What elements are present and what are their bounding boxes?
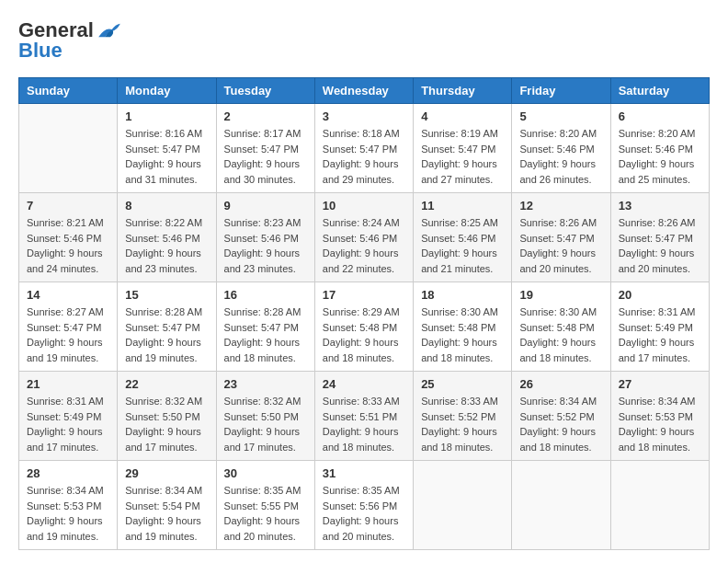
header-sunday: Sunday [19, 78, 118, 104]
calendar-cell: 5Sunrise: 8:20 AMSunset: 5:46 PMDaylight… [512, 104, 610, 193]
cell-info: Sunrise: 8:22 AMSunset: 5:46 PMDaylight:… [125, 215, 208, 276]
cell-info: Sunrise: 8:32 AMSunset: 5:50 PMDaylight:… [125, 394, 208, 454]
day-number: 21 [27, 377, 109, 391]
calendar-cell: 7Sunrise: 8:21 AMSunset: 5:46 PMDaylight… [19, 193, 118, 282]
day-number: 2 [224, 109, 307, 123]
cell-info: Sunrise: 8:35 AMSunset: 5:55 PMDaylight:… [224, 483, 307, 544]
day-number: 7 [27, 199, 109, 213]
calendar-cell: 14Sunrise: 8:27 AMSunset: 5:47 PMDayligh… [19, 282, 118, 372]
day-number: 25 [421, 377, 504, 391]
cell-info: Sunrise: 8:24 AMSunset: 5:46 PMDaylight:… [323, 215, 405, 276]
cell-info: Sunrise: 8:26 AMSunset: 5:47 PMDaylight:… [519, 215, 602, 276]
day-number: 22 [125, 377, 208, 391]
calendar-cell: 9Sunrise: 8:23 AMSunset: 5:46 PMDaylight… [216, 193, 314, 282]
day-number: 5 [519, 109, 602, 123]
day-number: 6 [619, 109, 701, 123]
cell-info: Sunrise: 8:31 AMSunset: 5:49 PMDaylight:… [619, 304, 701, 365]
calendar-cell: 18Sunrise: 8:30 AMSunset: 5:48 PMDayligh… [414, 282, 512, 372]
cell-info: Sunrise: 8:34 AMSunset: 5:53 PMDaylight:… [619, 394, 701, 454]
cell-info: Sunrise: 8:27 AMSunset: 5:47 PMDaylight:… [27, 304, 109, 365]
calendar-cell [610, 461, 709, 550]
day-number: 8 [125, 199, 208, 213]
cell-info: Sunrise: 8:17 AMSunset: 5:47 PMDaylight:… [224, 126, 307, 187]
day-number: 23 [224, 377, 307, 391]
calendar-cell: 6Sunrise: 8:20 AMSunset: 5:46 PMDaylight… [610, 104, 709, 193]
day-number: 20 [619, 288, 701, 302]
calendar-cell: 11Sunrise: 8:25 AMSunset: 5:46 PMDayligh… [414, 193, 512, 282]
day-number: 31 [323, 466, 405, 480]
day-number: 24 [323, 377, 405, 391]
calendar-cell: 22Sunrise: 8:32 AMSunset: 5:50 PMDayligh… [118, 372, 216, 461]
calendar-cell [414, 461, 512, 550]
cell-info: Sunrise: 8:20 AMSunset: 5:46 PMDaylight:… [619, 126, 701, 187]
cell-info: Sunrise: 8:16 AMSunset: 5:47 PMDaylight:… [125, 126, 208, 187]
calendar-week-3: 21Sunrise: 8:31 AMSunset: 5:49 PMDayligh… [19, 372, 710, 461]
calendar-cell: 1Sunrise: 8:16 AMSunset: 5:47 PMDaylight… [118, 104, 216, 193]
day-number: 14 [27, 288, 109, 302]
header-saturday: Saturday [610, 78, 709, 104]
calendar-week-0: 1Sunrise: 8:16 AMSunset: 5:47 PMDaylight… [19, 104, 710, 193]
calendar-cell: 2Sunrise: 8:17 AMSunset: 5:47 PMDaylight… [216, 104, 314, 193]
cell-info: Sunrise: 8:34 AMSunset: 5:53 PMDaylight:… [27, 483, 109, 544]
cell-info: Sunrise: 8:21 AMSunset: 5:46 PMDaylight:… [27, 215, 109, 276]
calendar-cell: 17Sunrise: 8:29 AMSunset: 5:48 PMDayligh… [314, 282, 413, 372]
calendar-cell: 16Sunrise: 8:28 AMSunset: 5:47 PMDayligh… [216, 282, 314, 372]
calendar-cell: 8Sunrise: 8:22 AMSunset: 5:46 PMDaylight… [118, 193, 216, 282]
day-number: 18 [421, 288, 504, 302]
calendar-week-1: 7Sunrise: 8:21 AMSunset: 5:46 PMDaylight… [19, 193, 710, 282]
day-number: 28 [27, 466, 109, 480]
calendar-week-2: 14Sunrise: 8:27 AMSunset: 5:47 PMDayligh… [19, 282, 710, 372]
logo-blue: Blue [18, 39, 63, 63]
cell-info: Sunrise: 8:18 AMSunset: 5:47 PMDaylight:… [323, 126, 405, 187]
day-number: 30 [224, 466, 307, 480]
header-tuesday: Tuesday [216, 78, 314, 104]
day-number: 26 [519, 377, 602, 391]
calendar-cell: 30Sunrise: 8:35 AMSunset: 5:55 PMDayligh… [216, 461, 314, 550]
calendar-cell: 20Sunrise: 8:31 AMSunset: 5:49 PMDayligh… [610, 282, 709, 372]
day-number: 19 [519, 288, 602, 302]
cell-info: Sunrise: 8:34 AMSunset: 5:54 PMDaylight:… [125, 483, 208, 544]
cell-info: Sunrise: 8:34 AMSunset: 5:52 PMDaylight:… [519, 394, 602, 454]
calendar-cell: 24Sunrise: 8:33 AMSunset: 5:51 PMDayligh… [314, 372, 413, 461]
logo-bird-icon [97, 21, 122, 40]
calendar-cell: 3Sunrise: 8:18 AMSunset: 5:47 PMDaylight… [314, 104, 413, 193]
cell-info: Sunrise: 8:28 AMSunset: 5:47 PMDaylight:… [224, 304, 307, 365]
cell-info: Sunrise: 8:32 AMSunset: 5:50 PMDaylight:… [224, 394, 307, 454]
calendar-cell: 15Sunrise: 8:28 AMSunset: 5:47 PMDayligh… [118, 282, 216, 372]
page-header: General Blue [18, 18, 710, 63]
calendar-cell: 4Sunrise: 8:19 AMSunset: 5:47 PMDaylight… [414, 104, 512, 193]
cell-info: Sunrise: 8:23 AMSunset: 5:46 PMDaylight:… [224, 215, 307, 276]
calendar-header-row: SundayMondayTuesdayWednesdayThursdayFrid… [19, 78, 710, 104]
cell-info: Sunrise: 8:19 AMSunset: 5:47 PMDaylight:… [421, 126, 504, 187]
day-number: 15 [125, 288, 208, 302]
calendar-cell [512, 461, 610, 550]
calendar-cell: 26Sunrise: 8:34 AMSunset: 5:52 PMDayligh… [512, 372, 610, 461]
calendar-week-4: 28Sunrise: 8:34 AMSunset: 5:53 PMDayligh… [19, 461, 710, 550]
cell-info: Sunrise: 8:31 AMSunset: 5:49 PMDaylight:… [27, 394, 109, 454]
cell-info: Sunrise: 8:29 AMSunset: 5:48 PMDaylight:… [323, 304, 405, 365]
header-friday: Friday [512, 78, 610, 104]
day-number: 29 [125, 466, 208, 480]
day-number: 4 [421, 109, 504, 123]
header-thursday: Thursday [414, 78, 512, 104]
header-wednesday: Wednesday [314, 78, 413, 104]
cell-info: Sunrise: 8:28 AMSunset: 5:47 PMDaylight:… [125, 304, 208, 365]
logo-container: General Blue [18, 18, 122, 63]
calendar-cell: 23Sunrise: 8:32 AMSunset: 5:50 PMDayligh… [216, 372, 314, 461]
cell-info: Sunrise: 8:35 AMSunset: 5:56 PMDaylight:… [323, 483, 405, 544]
cell-info: Sunrise: 8:25 AMSunset: 5:46 PMDaylight:… [421, 215, 504, 276]
calendar-cell: 21Sunrise: 8:31 AMSunset: 5:49 PMDayligh… [19, 372, 118, 461]
cell-info: Sunrise: 8:26 AMSunset: 5:47 PMDaylight:… [619, 215, 701, 276]
cell-info: Sunrise: 8:30 AMSunset: 5:48 PMDaylight:… [519, 304, 602, 365]
calendar-cell: 31Sunrise: 8:35 AMSunset: 5:56 PMDayligh… [314, 461, 413, 550]
day-number: 9 [224, 199, 307, 213]
logo: General Blue [18, 18, 122, 63]
calendar-cell [19, 104, 118, 193]
day-number: 1 [125, 109, 208, 123]
day-number: 17 [323, 288, 405, 302]
day-number: 10 [323, 199, 405, 213]
cell-info: Sunrise: 8:20 AMSunset: 5:46 PMDaylight:… [519, 126, 602, 187]
calendar-cell: 19Sunrise: 8:30 AMSunset: 5:48 PMDayligh… [512, 282, 610, 372]
cell-info: Sunrise: 8:33 AMSunset: 5:52 PMDaylight:… [421, 394, 504, 454]
calendar-cell: 27Sunrise: 8:34 AMSunset: 5:53 PMDayligh… [610, 372, 709, 461]
